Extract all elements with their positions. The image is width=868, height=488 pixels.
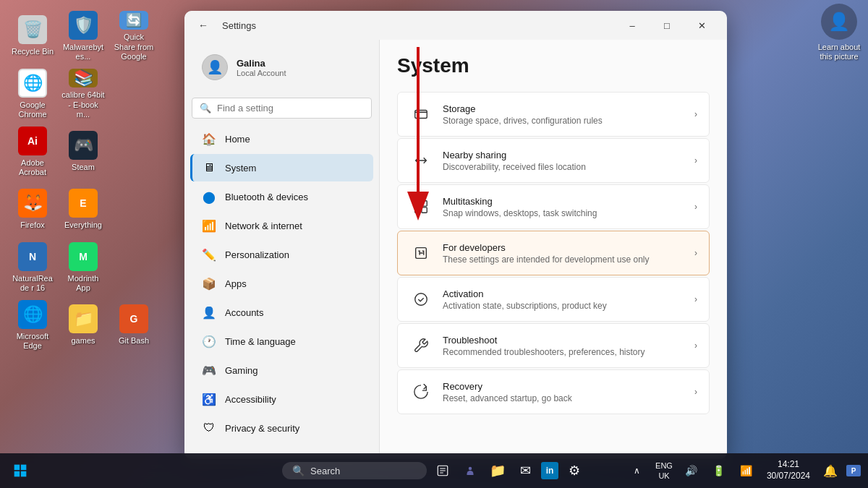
accessibility-icon: ♿ xyxy=(202,392,216,406)
taskbar-lang-code: ENG xyxy=(655,461,673,471)
for-developers-text: For developers These settings are intend… xyxy=(443,242,684,265)
nav-item-gaming[interactable]: 🎮 Gaming xyxy=(190,356,373,384)
nav-label-personalization: Personalization xyxy=(225,249,289,260)
nav-label-gaming: Gaming xyxy=(225,365,258,376)
taskbar-center: 🔍 Search 📁 ✉ in ⚙ xyxy=(282,459,586,482)
recovery-item[interactable]: Recovery Reset, advanced startup, go bac… xyxy=(397,369,710,414)
multitasking-title: Multitasking xyxy=(443,196,684,207)
settings-search-box[interactable]: 🔍 xyxy=(192,98,372,119)
activation-title: Activation xyxy=(443,288,684,299)
storage-item[interactable]: Storage Storage space, drives, configura… xyxy=(397,92,710,137)
system-icon: 🖥 xyxy=(202,160,216,175)
nav-item-system[interactable]: 🖥 System xyxy=(190,154,373,181)
taskbar-network-icon[interactable]: 📶 xyxy=(735,459,758,482)
taskbar-clock[interactable]: 14:21 30/07/2024 xyxy=(762,458,814,483)
for-developers-title: For developers xyxy=(443,242,684,253)
desktop-icon-gitbash[interactable]: G Git Bash xyxy=(109,296,159,354)
taskbar-icon-teams[interactable] xyxy=(459,459,482,482)
nav-label-network: Network & internet xyxy=(225,221,302,231)
nav-item-accessibility[interactable]: ♿ Accessibility xyxy=(190,385,373,413)
user-profile[interactable]: 👤 Galina Local Account xyxy=(190,44,373,90)
desktop-icon-modrinth[interactable]: M Modrinth App xyxy=(58,239,109,296)
gaming-icon: 🎮 xyxy=(202,363,216,377)
taskbar-icon-settings[interactable]: ⚙ xyxy=(563,459,586,482)
taskbar-language: ENG UK xyxy=(652,459,676,483)
desktop-icon-malwarebytes[interactable]: 🛡️ Malwarebytes... xyxy=(58,7,109,65)
main-content: System Storage Storage space, drives, co… xyxy=(380,40,727,459)
desktop-icon-firefox[interactable]: 🦊 Firefox xyxy=(7,181,58,239)
search-icon: 🔍 xyxy=(200,103,211,114)
svg-rect-10 xyxy=(21,465,27,471)
storage-arrow: › xyxy=(694,109,697,119)
settings-search-input[interactable] xyxy=(217,103,364,114)
troubleshoot-arrow: › xyxy=(694,341,697,351)
nav-item-privacy[interactable]: 🛡 Privacy & security xyxy=(190,414,373,442)
taskbar: 🔍 Search 📁 ✉ in ⚙ ∧ ENG UK 🔊 🔋 📶 xyxy=(0,453,868,488)
recovery-title: Recovery xyxy=(443,381,684,392)
nav-item-personalization[interactable]: ✏️ Personalization xyxy=(190,241,373,268)
taskbar-icon-clipboard[interactable] xyxy=(431,459,454,482)
desktop-icon-edge[interactable]: 🌐 Microsoft Edge xyxy=(7,296,58,354)
taskbar-overflow-icon[interactable]: P xyxy=(846,465,861,476)
recovery-desc: Reset, advanced startup, go back xyxy=(443,393,684,403)
maximize-button[interactable]: □ xyxy=(650,14,684,37)
troubleshoot-item[interactable]: Troubleshoot Recommended troubleshooters… xyxy=(397,323,710,368)
recovery-arrow: › xyxy=(694,387,697,397)
multitasking-text: Multitasking Snap windows, desktops, tas… xyxy=(443,196,684,218)
nav-item-network[interactable]: 📶 Network & internet xyxy=(190,212,373,239)
nav-item-bluetooth[interactable]: ⬤ Bluetooth & devices xyxy=(190,183,373,210)
nav-item-time-language[interactable]: 🕐 Time & language xyxy=(190,328,373,355)
desktop-icon-adobe[interactable]: Ai Adobe Acrobat xyxy=(7,123,58,181)
desktop-icon-calibre[interactable]: 📚 calibre 64bit - E-book m... xyxy=(58,65,109,123)
multitasking-item[interactable]: Multitasking Snap windows, desktops, tas… xyxy=(397,184,710,229)
taskbar-icon-linkedin[interactable]: in xyxy=(541,462,558,479)
taskbar-search-text: Search xyxy=(310,466,340,476)
activation-item[interactable]: Activation Activation state, subscriptio… xyxy=(397,277,710,322)
storage-title: Storage xyxy=(443,103,684,114)
taskbar-chevron-up[interactable]: ∧ xyxy=(625,459,648,482)
taskbar-battery-icon[interactable]: 🔋 xyxy=(707,459,731,482)
back-button[interactable]: ← xyxy=(193,15,213,35)
privacy-icon: 🛡 xyxy=(202,421,216,435)
close-button[interactable]: ✕ xyxy=(685,14,718,37)
taskbar-volume-icon[interactable]: 🔊 xyxy=(680,459,703,482)
settings-window: ← Settings – □ ✕ 👤 Galina Local Account … xyxy=(184,11,727,459)
desktop-icon-games[interactable]: 📁 games xyxy=(58,296,109,354)
desktop-icon-everything[interactable]: E Everything xyxy=(58,181,109,239)
nearby-sharing-item[interactable]: Nearby sharing Discoverability, received… xyxy=(397,138,710,183)
start-button[interactable] xyxy=(7,458,33,484)
desktop-icon-recycle-bin[interactable]: 🗑️ Recycle Bin xyxy=(7,7,58,65)
title-bar-nav: ← Settings xyxy=(193,15,256,35)
window-body: 👤 Galina Local Account 🔍 🏠 Home 🖥 System xyxy=(184,40,727,459)
window-controls: – □ ✕ xyxy=(616,14,718,37)
taskbar-notification-icon[interactable]: 🔔 xyxy=(819,459,842,482)
bluetooth-icon: ⬤ xyxy=(202,189,216,204)
nearby-sharing-arrow: › xyxy=(694,155,697,166)
taskbar-search-icon: 🔍 xyxy=(292,465,305,476)
top-right-picture-info[interactable]: 👤 Learn about this picture xyxy=(814,4,864,61)
nearby-sharing-text: Nearby sharing Discoverability, received… xyxy=(443,150,684,172)
nearby-sharing-desc: Discoverability, received files location xyxy=(443,162,684,172)
nav-item-apps[interactable]: 📦 Apps xyxy=(190,270,373,297)
storage-text: Storage Storage space, drives, configura… xyxy=(443,103,684,126)
nav-item-home[interactable]: 🏠 Home xyxy=(190,125,373,153)
taskbar-search-bar[interactable]: 🔍 Search xyxy=(282,462,427,479)
multitasking-desc: Snap windows, desktops, task switching xyxy=(443,208,684,218)
taskbar-time: 14:21 xyxy=(778,459,799,471)
for-developers-arrow: › xyxy=(694,248,697,258)
nav-item-accounts[interactable]: 👤 Accounts xyxy=(190,299,373,326)
storage-icon xyxy=(409,103,433,126)
for-developers-item[interactable]: For developers These settings are intend… xyxy=(397,231,710,275)
desktop-icon-quick-share[interactable]: 🔄 Quick Share from Google xyxy=(109,7,159,65)
picture-info-label: Learn about this picture xyxy=(814,43,864,61)
desktop-icon-naturalreader[interactable]: N NaturalReade r 16 xyxy=(7,239,58,296)
nav-label-privacy: Privacy & security xyxy=(225,423,299,434)
minimize-button[interactable]: – xyxy=(616,14,649,37)
taskbar-icon-file-explorer[interactable]: 📁 xyxy=(486,459,509,482)
user-info: Galina Local Account xyxy=(237,58,286,77)
svg-rect-11 xyxy=(14,471,20,477)
nav-label-home: Home xyxy=(225,134,250,145)
taskbar-icon-mail[interactable]: ✉ xyxy=(514,459,537,482)
desktop-icon-steam[interactable]: 🎮 Steam xyxy=(58,123,109,181)
desktop-icon-chrome[interactable]: 🌐 Google Chrome xyxy=(7,65,58,123)
